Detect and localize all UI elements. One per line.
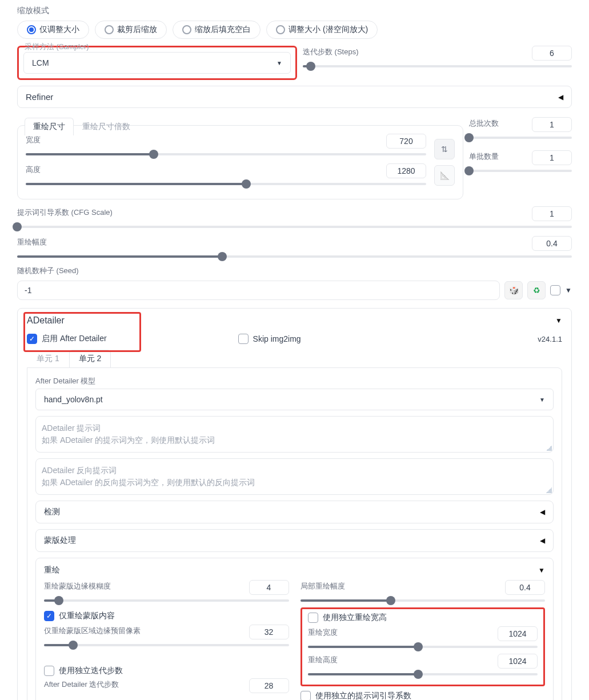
tab-resize-to[interactable]: 重绘尺寸 [25,118,74,135]
batch-count-slider[interactable] [469,134,572,141]
steps-input[interactable]: 6 [532,46,572,61]
refiner-accordion[interactable]: Refiner ◀ [17,86,572,108]
tab-unit-2[interactable]: 单元 2 [69,350,111,367]
skip-img2img-label: Skip img2img [253,334,301,343]
ad-steps-input[interactable]: 28 [249,678,289,693]
batch-count-label: 总批次数 [469,118,499,129]
seed-extra-checkbox[interactable] [550,285,560,295]
use-cfg-label: 使用独立的提示词引导系数 [315,691,411,700]
mask-blur-input[interactable]: 4 [249,580,289,595]
detect-accordion[interactable]: 检测 ◀ [35,501,554,523]
repaint-title: 重绘 [44,565,60,575]
mask-padding-input[interactable]: 32 [249,625,289,639]
cfg-input[interactable]: 1 [532,206,572,221]
batch-size-slider[interactable] [469,167,572,174]
mask-blur-slider[interactable] [44,597,289,604]
ad-neg-prompt-textarea[interactable]: ADetailer 反向提示词 如果 ADetailer 的反向提示词为空，则使… [35,458,554,495]
local-denoise-label: 局部重绘幅度 [300,581,345,591]
use-steps-checkbox[interactable] [44,666,54,676]
aspect-ratio-button[interactable]: 📐 [434,165,455,186]
radio-icon [276,25,285,34]
mask-blur-label: 重绘蒙版边缘模糊度 [44,581,111,591]
chevron-down-icon: ▼ [539,397,545,403]
local-denoise-input[interactable]: 0.4 [505,580,545,595]
resize-panel: 重绘尺寸 重绘尺寸倍数 宽度720 高度1280 ⇅ 📐 [17,125,463,199]
denoise-slider[interactable] [17,253,572,260]
denoise-input[interactable]: 0.4 [532,236,572,251]
ad-steps-label: After Detailer 迭代步数 [44,679,119,690]
unit-body: After Detailer 模型 hand_yolov8n.pt ▼ ADet… [27,367,562,700]
width-label: 宽度 [26,135,41,145]
ad-prompt-textarea[interactable]: ADetailer 提示词 如果 ADetailer 的提示词为空，则使用默认提… [35,416,554,453]
sampler-highlight: 采样方法 (Sampler) LCM ▼ [17,46,297,80]
repaint-height-slider[interactable] [308,671,538,678]
reuse-seed-button[interactable]: ♻ [527,281,546,299]
chevron-down-icon[interactable]: ▼ [538,566,545,574]
seed-label: 随机数种子 (Seed) [17,266,572,276]
resize-wh-highlight: 使用独立重绘宽高 重绘宽度1024 重绘高度1024 [300,607,546,686]
height-label: 高度 [26,165,41,175]
repaint-width-slider[interactable] [308,643,538,650]
chevron-down-icon[interactable]: ▼ [555,317,562,325]
random-seed-button[interactable]: 🎲 [504,281,523,299]
ad-model-select[interactable]: hand_yolov8n.pt ▼ [35,389,554,410]
resize-mode-options: 仅调整大小 裁剪后缩放 缩放后填充空白 调整大小 (潜空间放大) [17,21,572,39]
enable-adetailer-checkbox[interactable]: ✓ [27,334,37,344]
local-denoise-slider[interactable] [300,597,546,604]
tab-resize-by[interactable]: 重绘尺寸倍数 [74,118,139,135]
steps-label: 迭代步数 (Steps) [303,47,359,57]
denoise-label: 重绘幅度 [17,237,47,247]
resize-grip-icon[interactable] [546,487,552,493]
adetailer-version: v24.1.1 [538,335,562,343]
chevron-left-icon: ◀ [540,537,545,545]
use-size-checkbox[interactable] [308,613,318,623]
chevron-left-icon: ◀ [540,508,545,516]
use-size-label: 使用独立重绘宽高 [323,613,387,623]
adetailer-section: ADetailer ▼ ✓ 启用 After Detailer Skip img… [17,308,572,700]
adetailer-title: ADetailer [27,315,65,326]
use-steps-label: 使用独立迭代步数 [59,666,123,676]
ad-model-label: After Detailer 模型 [35,376,554,386]
resize-mode-opt-0[interactable]: 仅调整大小 [17,21,89,39]
only-mask-label: 仅重绘蒙版内容 [59,611,115,621]
height-slider[interactable] [26,181,426,187]
tab-unit-1[interactable]: 单元 1 [27,350,69,367]
resize-mode-opt-3[interactable]: 调整大小 (潜空间放大) [266,21,378,39]
chevron-down-icon: ▼ [277,60,282,66]
height-input[interactable]: 1280 [386,163,426,178]
width-slider[interactable] [26,151,426,158]
sampler-select[interactable]: LCM ▼ [23,52,291,74]
dice-icon: 🎲 [509,286,519,295]
repaint-height-input[interactable]: 1024 [498,654,538,669]
width-input[interactable]: 720 [386,134,426,149]
recycle-icon: ♻ [533,286,540,295]
batch-size-label: 单批数量 [469,151,499,162]
resize-mode-opt-2[interactable]: 缩放后填充空白 [173,21,261,39]
chevron-left-icon: ◀ [558,93,563,101]
ruler-icon: 📐 [440,171,450,180]
resize-grip-icon[interactable] [546,445,552,451]
seed-input[interactable]: -1 [17,281,500,300]
steps-slider[interactable] [303,63,572,70]
only-mask-checkbox[interactable]: ✓ [44,611,54,621]
cfg-label: 提示词引导系数 (CFG Scale) [17,207,113,218]
radio-icon [182,25,191,34]
repaint-width-label: 重绘宽度 [308,627,338,638]
cfg-slider[interactable] [17,223,572,230]
swap-icon: ⇅ [441,145,448,154]
enable-adetailer-label: 启用 After Detailer [42,334,107,344]
skip-img2img-checkbox[interactable] [238,334,249,344]
batch-count-input[interactable]: 1 [532,117,572,132]
repaint-width-input[interactable]: 1024 [498,626,538,641]
radio-icon [27,25,36,34]
radio-icon [105,25,114,34]
batch-size-input[interactable]: 1 [532,150,572,165]
resize-mode-label: 缩放模式 [17,6,572,16]
resize-mode-opt-1[interactable]: 裁剪后缩放 [95,21,167,39]
repaint-accordion: 重绘 ▼ 重绘蒙版边缘模糊度4 ✓ 仅重绘蒙版内容 [35,558,554,700]
use-cfg-checkbox[interactable] [300,691,311,700]
caret-down-icon[interactable]: ▼ [565,286,572,294]
mask-padding-slider[interactable] [44,642,289,649]
mask-accordion[interactable]: 蒙版处理 ◀ [35,529,554,552]
swap-dimensions-button[interactable]: ⇅ [434,139,455,159]
